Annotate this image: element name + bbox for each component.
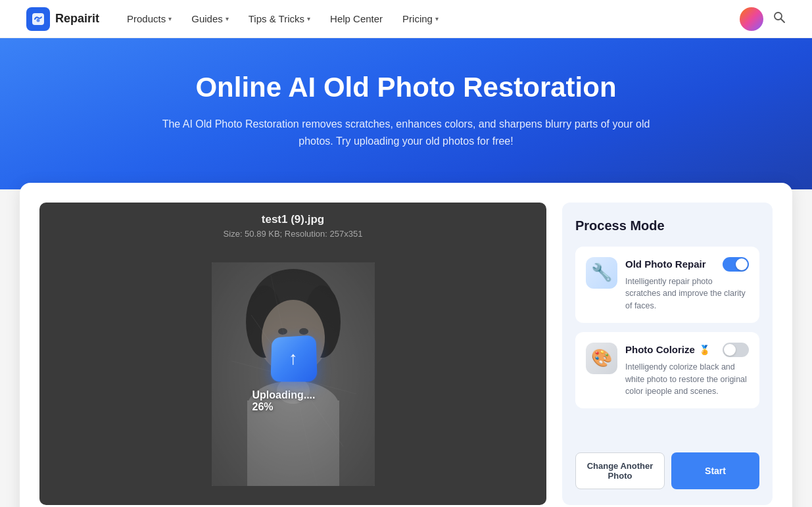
nav-item-help-center[interactable]: Help Center: [322, 8, 391, 30]
upload-arrow-icon: ↑: [289, 348, 298, 369]
repair-toggle[interactable]: [723, 257, 749, 272]
hero-section: Online AI Old Photo Restoration The AI O…: [0, 38, 812, 189]
upload-progress-text: Uploading.... 26%: [252, 389, 334, 413]
photo-preview: ↑ Uploading.... 26%: [39, 244, 546, 505]
chevron-down-icon: ▾: [435, 15, 439, 22]
repair-icon: 🔧: [591, 262, 612, 283]
repair-label-row: Old Photo Repair: [625, 257, 749, 272]
photo-filename: test1 (9).jpg: [39, 213, 546, 226]
nav-item-products[interactable]: Products ▾: [119, 8, 179, 30]
colorize-info: Photo Colorize 🏅 Intelligendy colorize b…: [625, 343, 749, 398]
chevron-down-icon: ▾: [307, 15, 310, 22]
colorize-toggle[interactable]: [723, 343, 749, 357]
photo-header: test1 (9).jpg Size: 50.89 KB; Resolution…: [39, 203, 546, 244]
repair-icon-wrap: 🔧: [586, 257, 617, 289]
process-actions: Change Another Photo Start: [575, 452, 759, 489]
photo-meta: Size: 50.89 KB; Resolution: 257x351: [39, 229, 546, 239]
chevron-down-icon: ▾: [226, 15, 229, 22]
hero-title: Online AI Old Photo Restoration: [13, 71, 799, 104]
repairit-logo-icon: [26, 7, 50, 31]
chevron-down-icon: ▾: [168, 15, 172, 22]
start-button[interactable]: Start: [671, 452, 759, 489]
process-mode-title: Process Mode: [575, 218, 759, 233]
nav-right: [740, 7, 786, 31]
photo-image-container: ↑ Uploading.... 26%: [212, 262, 375, 486]
process-panel: Process Mode 🔧 Old Photo Repair Intellig…: [562, 203, 773, 505]
process-item-colorize: 🎨 Photo Colorize 🏅 Intelligendy colorize…: [575, 332, 759, 408]
nav-item-pricing[interactable]: Pricing ▾: [394, 8, 446, 30]
nav-logo-text: Repairit: [55, 12, 99, 26]
colorize-desc: Intelligendy colorize black and white ph…: [625, 361, 749, 398]
svg-point-1: [37, 18, 40, 22]
change-photo-button[interactable]: Change Another Photo: [575, 452, 665, 489]
hero-subtitle: The AI Old Photo Restoration removes scr…: [150, 116, 663, 149]
repair-desc: Intelligently repair photo scratches and…: [625, 276, 749, 312]
navbar: Repairit Products ▾ Guides ▾ Tips & Tric…: [0, 0, 812, 38]
search-icon[interactable]: [773, 11, 786, 27]
upload-cube-icon: ↑: [270, 335, 317, 382]
toggle-knob: [724, 344, 736, 356]
nav-logo[interactable]: Repairit: [26, 7, 99, 31]
nav-item-tips-tricks[interactable]: Tips & Tricks ▾: [241, 8, 318, 30]
toggle-knob: [736, 258, 748, 270]
colorize-badge: 🏅: [699, 345, 710, 355]
process-item-repair: 🔧 Old Photo Repair Intelligently repair …: [575, 247, 759, 323]
user-avatar[interactable]: [740, 7, 763, 31]
nav-item-guides[interactable]: Guides ▾: [183, 8, 237, 30]
colorize-label-row: Photo Colorize 🏅: [625, 343, 749, 357]
main-card: test1 (9).jpg Size: 50.89 KB; Resolution…: [20, 183, 792, 507]
svg-line-3: [781, 19, 784, 22]
upload-indicator: ↑ Uploading.... 26%: [252, 335, 334, 413]
svg-point-2: [775, 12, 782, 20]
colorize-label: Photo Colorize 🏅: [625, 344, 710, 355]
photo-area: test1 (9).jpg Size: 50.89 KB; Resolution…: [39, 203, 546, 505]
repair-label: Old Photo Repair: [625, 258, 706, 270]
nav-items: Products ▾ Guides ▾ Tips & Tricks ▾ Help…: [119, 8, 740, 30]
colorize-icon: 🎨: [591, 348, 612, 368]
colorize-icon-wrap: 🎨: [586, 343, 617, 374]
repair-info: Old Photo Repair Intelligently repair ph…: [625, 257, 749, 312]
